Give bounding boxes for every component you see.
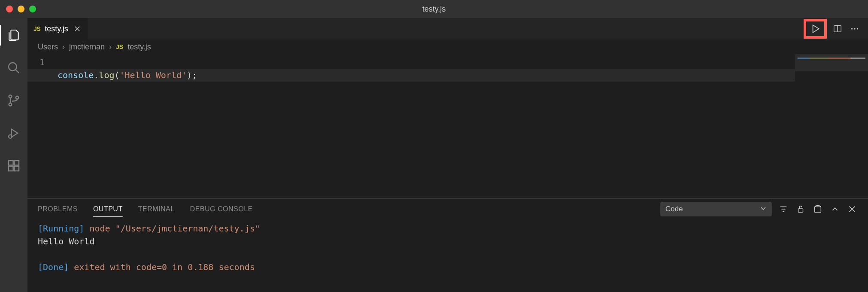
svg-rect-13	[798, 209, 803, 212]
filter-button[interactable]	[778, 204, 789, 215]
breadcrumb-segment[interactable]: JS testy.js	[116, 43, 151, 52]
titlebar: testy.js	[0, 0, 868, 18]
search-icon	[7, 61, 21, 75]
svg-point-12	[857, 28, 858, 29]
js-file-icon: JS	[33, 25, 40, 32]
editor-actions	[804, 18, 868, 40]
ellipsis-icon	[850, 24, 859, 33]
svg-rect-7	[14, 166, 19, 171]
split-icon	[833, 24, 842, 33]
lock-scroll-button[interactable]	[795, 204, 806, 215]
code-content: console.log('Hello World');	[58, 54, 868, 198]
chevron-down-icon	[760, 205, 767, 214]
panel-tab-output[interactable]: OUTPUT	[93, 202, 123, 217]
window-title: testy.js	[0, 5, 868, 14]
tab-label: testy.js	[45, 24, 68, 33]
split-editor-button[interactable]	[831, 22, 844, 35]
close-icon	[74, 25, 81, 32]
svg-point-3	[16, 96, 19, 99]
panel-maximize-button[interactable]	[829, 204, 841, 215]
breadcrumb-segment[interactable]: Users	[38, 43, 58, 52]
line-number: 1	[27, 56, 45, 69]
output-line: [Running] node "/Users/jmctiernan/testy.…	[38, 222, 858, 235]
panel-close-button[interactable]	[847, 204, 858, 215]
activity-explorer[interactable]	[0, 25, 27, 46]
files-icon	[7, 28, 21, 42]
panel-tab-debug-console[interactable]: DEBUG CONSOLE	[190, 202, 253, 216]
code-line: console.log('Hello World');	[58, 69, 868, 82]
output-line	[38, 248, 858, 261]
svg-rect-5	[9, 161, 13, 165]
play-bug-icon	[7, 126, 21, 140]
panel-tab-bar: PROBLEMS OUTPUT TERMINAL DEBUG CONSOLE C…	[27, 199, 868, 219]
breadcrumb: Users › jmctiernan › JS testy.js	[27, 40, 868, 54]
run-code-button[interactable]	[804, 19, 827, 39]
js-file-icon: JS	[116, 43, 123, 50]
minimize-window-button[interactable]	[18, 6, 24, 12]
more-actions-button[interactable]	[848, 22, 861, 35]
panel-tab-problems[interactable]: PROBLEMS	[38, 202, 78, 216]
svg-rect-14	[815, 207, 821, 213]
svg-point-11	[854, 28, 855, 29]
clear-icon	[813, 204, 822, 214]
maximize-window-button[interactable]	[29, 6, 36, 12]
extensions-icon	[7, 159, 21, 173]
svg-point-0	[9, 63, 17, 71]
activity-extensions[interactable]	[0, 155, 27, 176]
svg-point-10	[851, 28, 853, 29]
activity-run-debug[interactable]	[0, 123, 27, 143]
branch-icon	[7, 94, 21, 107]
breadcrumb-segment[interactable]: jmctiernan	[69, 43, 105, 52]
chevron-right-icon: ›	[62, 43, 65, 52]
lock-open-icon	[796, 204, 805, 214]
window-controls	[0, 6, 36, 12]
svg-point-2	[9, 103, 12, 106]
svg-rect-8	[14, 161, 19, 165]
tab-close-button[interactable]	[73, 24, 82, 33]
svg-point-1	[9, 95, 12, 98]
activity-source-control[interactable]	[0, 90, 27, 111]
activity-bar	[0, 18, 27, 292]
output-channel-label: Code	[665, 205, 683, 213]
bottom-panel: PROBLEMS OUTPUT TERMINAL DEBUG CONSOLE C…	[27, 198, 868, 292]
code-line	[58, 56, 868, 69]
panel-tab-terminal[interactable]: TERMINAL	[138, 202, 175, 216]
close-window-button[interactable]	[6, 6, 13, 12]
svg-rect-6	[9, 166, 13, 171]
chevron-up-icon	[830, 204, 840, 214]
clear-output-button[interactable]	[812, 204, 823, 215]
output-line: [Done] exited with code=0 in 0.188 secon…	[38, 261, 858, 274]
tab-bar: JS testy.js	[27, 18, 868, 40]
play-icon	[810, 23, 821, 34]
close-icon	[847, 204, 857, 214]
code-editor[interactable]: 1 2 console.log('Hello World');	[27, 54, 868, 198]
output-channel-select[interactable]: Code	[660, 202, 772, 216]
output-content[interactable]: [Running] node "/Users/jmctiernan/testy.…	[27, 219, 868, 292]
activity-search[interactable]	[0, 58, 27, 78]
output-line: Hello World	[38, 235, 858, 248]
chevron-right-icon: ›	[109, 43, 112, 52]
filter-icon	[779, 204, 788, 214]
editor-tab[interactable]: JS testy.js	[27, 18, 88, 40]
